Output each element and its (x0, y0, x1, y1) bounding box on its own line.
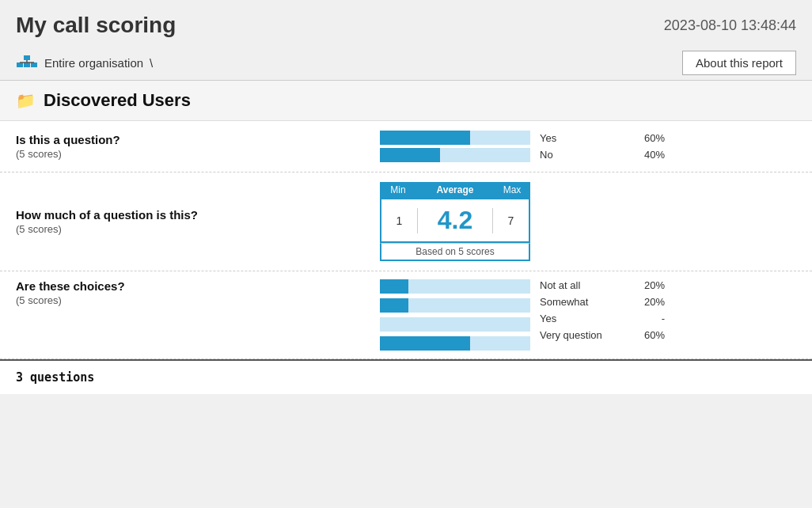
question-info-q3: Are these choices? (5 scores) (16, 279, 380, 306)
numeric-avg-value: 4.2 (418, 199, 492, 241)
question-row: Is this a question? (5 scores) Yes 60% (0, 121, 812, 172)
result-label-yes: Yes (530, 132, 633, 144)
numeric-max-value: 7 (492, 208, 529, 233)
question-label-q2: How much of a question is this? (16, 208, 380, 222)
bar-fill-no (380, 148, 440, 162)
main-content: 📁 Discovered Users Is this a question? (… (0, 81, 812, 394)
question-viz-q2: Min Average Max 1 4.2 7 Based on 5 score… (380, 182, 796, 261)
question-scores-q1: (5 scores) (16, 148, 380, 160)
bars-container-q1 (380, 131, 530, 162)
result-row-not-at-all: Not at all 20% (530, 279, 796, 291)
result-row-yes: Yes 60% (530, 132, 796, 144)
svg-rect-1 (17, 63, 23, 67)
numeric-widget: Min Average Max 1 4.2 7 Based on 5 score… (380, 182, 530, 261)
org-icon (16, 54, 38, 73)
bar-empty (408, 279, 530, 294)
svg-rect-0 (24, 55, 30, 60)
question-viz-q1: Yes 60% No 40% (380, 131, 796, 162)
result-row-very: Very question 60% (530, 329, 796, 341)
choice-bar-somewhat (380, 298, 530, 313)
question-label-q3: Are these choices? (16, 279, 380, 293)
results-q3: Not at all 20% Somewhat 20% Yes - Very q… (530, 279, 796, 341)
page-title: My call scoring (16, 13, 176, 38)
question-row-q2: How much of a question is this? (5 score… (0, 172, 812, 271)
bar-fill (380, 279, 408, 294)
result-label-choice-yes: Yes (530, 313, 633, 324)
breadcrumb-separator: \ (150, 56, 153, 70)
result-row-choice-yes: Yes - (530, 313, 796, 324)
numeric-header: Min Average Max (380, 182, 530, 198)
question-info-q2: How much of a question is this? (5 score… (16, 208, 380, 235)
question-row-q3: Are these choices? (5 scores) (0, 271, 812, 359)
bar-empty (380, 317, 530, 332)
bar-row-no (380, 148, 530, 162)
choices-bars (380, 279, 530, 351)
breadcrumb: Entire organisation \ (16, 54, 153, 73)
result-pct-very: 60% (633, 329, 665, 341)
results-q1: Yes 60% No 40% (530, 132, 796, 161)
choice-bar-yes (380, 317, 530, 332)
question-label-q1: Is this a question? (16, 133, 380, 146)
bar-row-yes (380, 131, 530, 145)
folder-icon: 📁 (16, 91, 36, 110)
page-header: My call scoring 2023-08-10 13:48:44 (0, 0, 812, 46)
bar-fill (380, 336, 470, 351)
org-label: Entire organisation (44, 56, 143, 70)
about-report-button[interactable]: About this report (682, 51, 796, 75)
bar-empty-no (440, 148, 530, 162)
numeric-body: 1 4.2 7 (380, 198, 530, 243)
summary-text: 3 questions (16, 370, 94, 385)
result-label-no: No (530, 149, 633, 161)
bar-empty (408, 298, 530, 313)
bar-empty (470, 336, 530, 351)
result-row-somewhat: Somewhat 20% (530, 296, 796, 308)
bar-fill-yes (380, 131, 470, 145)
question-scores-q2: (5 scores) (16, 223, 380, 235)
result-label-not-at-all: Not at all (530, 279, 633, 291)
result-pct-yes: 60% (633, 132, 665, 144)
result-pct-not-at-all: 20% (633, 279, 665, 291)
svg-rect-3 (31, 63, 37, 67)
timestamp: 2023-08-10 13:48:44 (664, 13, 796, 34)
choice-bar-not-at-all (380, 279, 530, 294)
question-viz-q3: Not at all 20% Somewhat 20% Yes - Very q… (380, 279, 796, 351)
result-label-somewhat: Somewhat (530, 296, 633, 308)
numeric-avg-label: Average (416, 182, 494, 198)
question-info-q1: Is this a question? (5 scores) (16, 133, 380, 160)
numeric-max-label: Max (494, 182, 530, 198)
section-title: Discovered Users (44, 90, 191, 111)
numeric-min-label: Min (380, 182, 416, 198)
bar-fill (380, 298, 408, 313)
bar-empty-yes (470, 131, 530, 145)
summary-row: 3 questions (0, 359, 812, 394)
section-header: 📁 Discovered Users (0, 81, 812, 121)
result-pct-choice-yes: - (633, 313, 665, 324)
result-row-no: No 40% (530, 149, 796, 161)
result-label-very: Very question (530, 329, 633, 341)
breadcrumb-bar: Entire organisation \ About this report (0, 46, 812, 81)
result-pct-no: 40% (633, 149, 665, 161)
choice-bar-very (380, 336, 530, 351)
numeric-footer: Based on 5 scores (380, 243, 530, 261)
numeric-min-value: 1 (381, 208, 418, 233)
result-pct-somewhat: 20% (633, 296, 665, 308)
svg-rect-2 (24, 63, 30, 67)
question-scores-q3: (5 scores) (16, 294, 380, 306)
